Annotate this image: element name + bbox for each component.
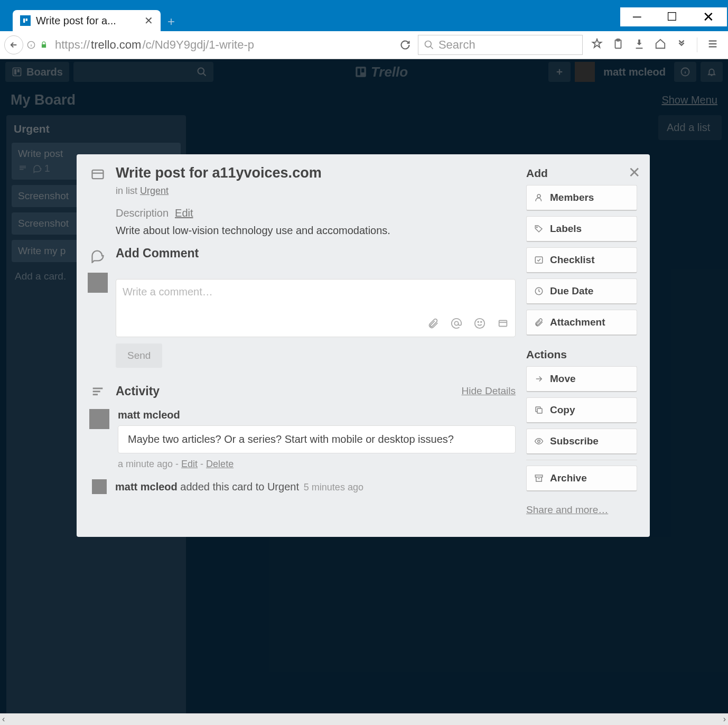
emoji-icon[interactable] <box>474 318 486 331</box>
minimize-button[interactable]: ─ <box>633 10 641 24</box>
close-modal-button[interactable]: ✕ <box>628 164 640 181</box>
tab-title: Write post for a... <box>36 15 139 27</box>
svg-rect-42 <box>535 257 543 263</box>
comment-box <box>116 279 516 337</box>
svg-point-34 <box>481 321 482 322</box>
activity-avatar <box>92 479 107 494</box>
activity-title: Activity <box>116 384 160 398</box>
activity-avatar <box>89 409 109 429</box>
activity-comment-text: Maybe two articles? Or a series? Start w… <box>118 425 516 453</box>
archive-button[interactable]: Archive <box>526 466 637 491</box>
attach-icon[interactable] <box>427 318 439 331</box>
svg-point-32 <box>475 319 484 328</box>
menu-icon[interactable] <box>707 38 718 52</box>
card-title[interactable]: Write post for a11yvoices.com <box>116 165 516 181</box>
hide-details-link[interactable]: Hide Details <box>462 385 516 397</box>
reload-button[interactable] <box>396 40 415 50</box>
add-comment-title: Add Comment <box>116 246 516 261</box>
site-info-icon[interactable] <box>26 41 36 49</box>
svg-line-7 <box>430 47 433 49</box>
add-section-title: Add <box>526 167 637 180</box>
move-button[interactable]: Move <box>526 366 637 392</box>
app-viewport: Boards Trello matt mcleod My Board Show … <box>0 59 728 725</box>
browser-toolbar <box>586 38 724 52</box>
clipboard-icon[interactable] <box>612 38 624 52</box>
maximize-button[interactable]: ☐ <box>667 10 677 24</box>
back-button[interactable] <box>4 35 23 54</box>
svg-point-33 <box>478 321 479 322</box>
card-ref-icon[interactable] <box>497 318 509 331</box>
current-user-avatar <box>88 273 108 293</box>
lock-icon <box>39 41 49 49</box>
browser-tab[interactable]: Write post for a... ✕ <box>13 10 161 31</box>
labels-button[interactable]: Labels <box>526 216 637 242</box>
actions-section-title: Actions <box>526 348 637 361</box>
svg-point-6 <box>425 41 431 48</box>
activity-event: matt mcleod added this card to Urgent 5 … <box>89 479 516 494</box>
svg-rect-2 <box>26 18 27 21</box>
activity-user[interactable]: matt mcleod <box>115 481 178 492</box>
tab-close-button[interactable]: ✕ <box>144 14 153 27</box>
trello-favicon <box>20 15 31 26</box>
url-host: trello.com <box>91 38 141 52</box>
svg-point-40 <box>537 194 540 198</box>
svg-rect-46 <box>535 475 543 477</box>
browser-search-box[interactable]: Search <box>418 35 583 55</box>
due-date-button[interactable]: Due Date <box>526 278 637 304</box>
svg-rect-1 <box>23 18 25 23</box>
members-button[interactable]: Members <box>526 185 637 211</box>
url-bar: https://trello.com/c/Nd9Y9gdj/1-write-p … <box>0 31 728 59</box>
home-icon[interactable] <box>655 38 666 52</box>
scroll-right-icon[interactable]: › <box>723 714 726 724</box>
share-link[interactable]: Share and more… <box>526 504 608 516</box>
bookmark-icon[interactable] <box>591 38 603 52</box>
card-modal: ✕ Write post for a11yvoices.com in list … <box>77 154 650 537</box>
edit-comment-link[interactable]: Edit <box>181 459 198 469</box>
mention-icon[interactable] <box>451 318 462 331</box>
scroll-left-icon[interactable]: ‹ <box>2 714 5 724</box>
activity-action: added this card to Urgent <box>178 481 299 492</box>
window-controls: ─ ☐ ✕ <box>620 7 727 26</box>
horizontal-scrollbar[interactable]: ‹ › <box>0 713 728 725</box>
comment-icon <box>89 246 106 263</box>
edit-description-link[interactable]: Edit <box>175 207 193 219</box>
search-placeholder: Search <box>438 38 475 52</box>
tab-bar: Write post for a... ✕ + <box>0 7 728 31</box>
svg-rect-29 <box>92 170 104 179</box>
svg-point-31 <box>454 321 458 325</box>
overflow-icon[interactable] <box>676 38 687 52</box>
modal-main: Write post for a11yvoices.com in list Ur… <box>89 165 516 516</box>
address-bar[interactable]: https://trello.com/c/Nd9Y9gdj/1-write-p <box>52 35 393 55</box>
send-button[interactable]: Send <box>116 343 162 368</box>
in-list: in list Urgent <box>116 185 516 197</box>
activity-time: a minute ago <box>118 459 173 469</box>
activity-comment: matt mcleod Maybe two articles? Or a ser… <box>89 409 516 470</box>
new-tab-button[interactable]: + <box>164 14 179 29</box>
close-window-button[interactable]: ✕ <box>703 9 714 25</box>
svg-point-45 <box>538 440 540 443</box>
copy-button[interactable]: Copy <box>526 397 637 423</box>
url-path: /c/Nd9Y9gdj/1-write-p <box>142 38 254 52</box>
comment-input[interactable] <box>123 286 509 310</box>
attachment-button[interactable]: Attachment <box>526 310 637 336</box>
activity-user[interactable]: matt mcleod <box>118 409 180 421</box>
download-icon[interactable] <box>633 38 645 52</box>
svg-rect-44 <box>537 408 542 413</box>
svg-rect-35 <box>499 321 507 327</box>
delete-comment-link[interactable]: Delete <box>206 459 234 469</box>
list-link[interactable]: Urgent <box>140 185 169 196</box>
activity-icon <box>89 383 106 399</box>
url-protocol: https:// <box>55 38 90 52</box>
svg-rect-0 <box>22 17 29 24</box>
checklist-button[interactable]: Checklist <box>526 247 637 273</box>
description-label: Description <box>116 207 169 219</box>
titlebar <box>0 0 728 7</box>
sidebar-divider <box>526 460 637 460</box>
modal-sidebar: Add Members Labels Checklist Due Date At… <box>526 165 637 516</box>
description-text[interactable]: Write about low-vision technology use an… <box>116 225 516 237</box>
activity-time: 5 minutes ago <box>304 482 363 492</box>
subscribe-button[interactable]: Subscribe <box>526 429 637 454</box>
svg-point-41 <box>537 227 538 228</box>
card-icon <box>89 165 106 237</box>
